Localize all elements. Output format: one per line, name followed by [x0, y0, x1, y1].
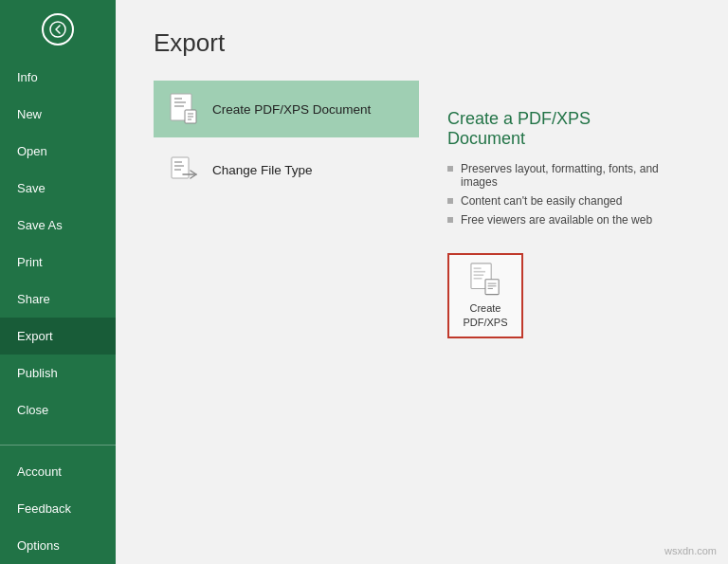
svg-rect-19: [485, 280, 499, 295]
create-pdf-label: Create PDF/XPS Document: [212, 102, 371, 117]
bullet-icon-1: [447, 166, 453, 172]
back-icon: [42, 13, 74, 45]
right-panel: Create a PDF/XPS Document Preserves layo…: [419, 81, 690, 367]
page-title: Export: [154, 28, 690, 58]
sidebar-item-save[interactable]: Save: [0, 170, 116, 207]
svg-rect-10: [174, 161, 182, 163]
sidebar-item-feedback[interactable]: Feedback: [0, 490, 116, 527]
sidebar: Info New Open Save Save As Print Share E…: [0, 0, 116, 564]
sidebar-item-close[interactable]: Close: [0, 391, 116, 428]
bullet-icon-3: [447, 217, 453, 223]
sidebar-item-share[interactable]: Share: [0, 281, 116, 318]
svg-rect-3: [174, 101, 186, 103]
main-content: Export Create PDF/XP: [116, 0, 728, 564]
sidebar-item-new[interactable]: New: [0, 96, 116, 133]
svg-rect-2: [174, 98, 182, 100]
svg-rect-17: [474, 274, 484, 276]
bullet-list: Preserves layout, formatting, fonts, and…: [447, 162, 662, 227]
export-option-change-file-type[interactable]: Change File Type: [154, 141, 419, 198]
bullet-item-1: Preserves layout, formatting, fonts, and…: [447, 162, 662, 189]
panel-title: Create a PDF/XPS Document: [447, 109, 662, 149]
export-option-create-pdf[interactable]: Create PDF/XPS Document: [154, 81, 419, 137]
back-button[interactable]: [0, 0, 116, 59]
svg-rect-12: [174, 169, 181, 171]
create-pdf-button-label: CreatePDF/XPS: [463, 301, 507, 329]
sidebar-item-publish[interactable]: Publish: [0, 355, 116, 391]
watermark: wsxdn.com: [664, 545, 717, 556]
bullet-item-3: Free viewers are available on the web: [447, 213, 662, 227]
create-pdf-icon: [169, 94, 199, 124]
sidebar-item-account[interactable]: Account: [0, 453, 116, 490]
sidebar-bottom: Account Feedback Options: [0, 437, 116, 564]
sidebar-item-print[interactable]: Print: [0, 244, 116, 281]
sidebar-item-options[interactable]: Options: [0, 527, 116, 564]
svg-rect-18: [474, 278, 482, 280]
svg-point-0: [50, 22, 65, 37]
sidebar-item-export[interactable]: Export: [0, 318, 116, 355]
change-file-type-label: Change File Type: [212, 163, 313, 177]
pdf-button-icon: [468, 263, 502, 296]
svg-rect-15: [474, 267, 482, 269]
create-pdf-xps-button[interactable]: CreatePDF/XPS: [447, 253, 523, 338]
bullet-item-2: Content can't be easily changed: [447, 194, 662, 208]
sidebar-item-save-as[interactable]: Save As: [0, 207, 116, 244]
bullet-icon-2: [447, 198, 453, 204]
sidebar-divider: [0, 445, 116, 446]
svg-rect-4: [174, 105, 184, 107]
svg-rect-11: [174, 165, 184, 167]
sidebar-item-open[interactable]: Open: [0, 133, 116, 170]
svg-rect-16: [474, 271, 485, 273]
sidebar-item-info[interactable]: Info: [0, 59, 116, 96]
change-file-type-icon: [169, 155, 199, 185]
export-options-list: Create PDF/XPS Document Change File Type: [154, 81, 419, 367]
